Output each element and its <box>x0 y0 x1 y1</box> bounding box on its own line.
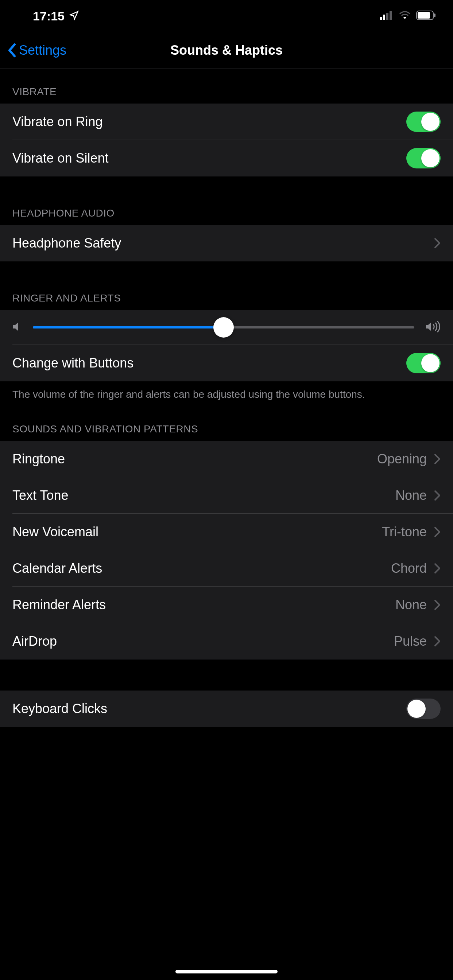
section-header-sounds: SOUNDS AND VIBRATION PATTERNS <box>0 401 453 441</box>
svg-rect-5 <box>418 12 430 19</box>
row-keyboard-clicks[interactable]: Keyboard Clicks <box>0 690 453 727</box>
volume-slider[interactable] <box>33 326 414 328</box>
nav-bar: Settings Sounds & Haptics <box>0 32 453 68</box>
wifi-icon <box>399 11 411 21</box>
chevron-right-icon <box>434 636 440 647</box>
row-label: AirDrop <box>13 634 57 649</box>
status-time-area: 17:15 <box>16 9 79 23</box>
row-label: Text Tone <box>13 488 68 503</box>
row-value: Chord <box>391 561 427 576</box>
row-vibrate-on-ring[interactable]: Vibrate on Ring <box>0 103 453 140</box>
chevron-right-icon <box>434 490 440 501</box>
status-indicators <box>380 11 437 22</box>
row-vibrate-on-silent[interactable]: Vibrate on Silent <box>0 140 453 177</box>
group-keyboard: Keyboard Clicks <box>0 690 453 727</box>
row-label: Reminder Alerts <box>13 597 106 612</box>
speaker-low-icon <box>13 321 22 334</box>
section-header-vibrate: VIBRATE <box>0 68 453 103</box>
row-airdrop[interactable]: AirDrop Pulse <box>0 623 453 660</box>
row-value: None <box>396 597 427 612</box>
chevron-right-icon <box>434 238 440 249</box>
group-ringer: Change with Buttons <box>0 310 453 381</box>
svg-rect-2 <box>386 13 388 20</box>
volume-slider-row <box>0 310 453 345</box>
content: VIBRATE Vibrate on Ring Vibrate on Silen… <box>0 68 453 727</box>
row-label: Ringtone <box>13 451 65 467</box>
row-value: Opening <box>377 451 427 467</box>
cellular-icon <box>380 11 394 21</box>
row-label: Keyboard Clicks <box>13 701 107 716</box>
svg-rect-1 <box>383 14 385 20</box>
toggle-vibrate-on-silent[interactable] <box>406 148 440 169</box>
row-label: Change with Buttons <box>13 355 134 371</box>
section-header-ringer: RINGER AND ALERTS <box>0 261 453 310</box>
row-calendar-alerts[interactable]: Calendar Alerts Chord <box>0 550 453 587</box>
chevron-right-icon <box>434 527 440 538</box>
location-icon <box>69 9 79 23</box>
status-time: 17:15 <box>33 9 65 23</box>
chevron-right-icon <box>434 563 440 574</box>
group-sounds: Ringtone Opening Text Tone None New Voic… <box>0 441 453 660</box>
row-ringtone[interactable]: Ringtone Opening <box>0 441 453 477</box>
svg-rect-0 <box>380 17 382 20</box>
chevron-right-icon <box>434 453 440 465</box>
battery-icon <box>416 11 437 22</box>
svg-rect-3 <box>389 11 392 20</box>
toggle-vibrate-on-ring[interactable] <box>406 111 440 132</box>
row-reminder-alerts[interactable]: Reminder Alerts None <box>0 587 453 623</box>
row-value: Pulse <box>394 634 427 649</box>
row-label: Vibrate on Silent <box>13 151 109 166</box>
row-headphone-safety[interactable]: Headphone Safety <box>0 225 453 261</box>
back-button[interactable]: Settings <box>7 43 66 58</box>
row-label: Vibrate on Ring <box>13 114 103 129</box>
row-value: None <box>396 488 427 503</box>
row-label: New Voicemail <box>13 524 99 539</box>
chevron-right-icon <box>434 600 440 610</box>
group-vibrate: Vibrate on Ring Vibrate on Silent <box>0 103 453 177</box>
status-bar: 17:15 <box>0 0 453 32</box>
row-change-with-buttons[interactable]: Change with Buttons <box>0 345 453 381</box>
toggle-change-with-buttons[interactable] <box>406 353 440 373</box>
toggle-keyboard-clicks[interactable] <box>406 698 440 719</box>
row-new-voicemail[interactable]: New Voicemail Tri-tone <box>0 514 453 550</box>
home-indicator[interactable] <box>175 970 278 974</box>
back-label: Settings <box>19 43 66 58</box>
group-headphone: Headphone Safety <box>0 225 453 261</box>
chevron-left-icon <box>7 43 16 57</box>
row-label: Calendar Alerts <box>13 561 102 576</box>
section-header-headphone: HEADPHONE AUDIO <box>0 177 453 225</box>
row-text-tone[interactable]: Text Tone None <box>0 477 453 514</box>
page-title: Sounds & Haptics <box>170 43 283 58</box>
footer-ringer: The volume of the ringer and alerts can … <box>0 381 453 401</box>
svg-rect-6 <box>434 13 435 17</box>
speaker-high-icon <box>425 321 440 334</box>
row-label: Headphone Safety <box>13 235 121 251</box>
row-value: Tri-tone <box>382 524 427 539</box>
